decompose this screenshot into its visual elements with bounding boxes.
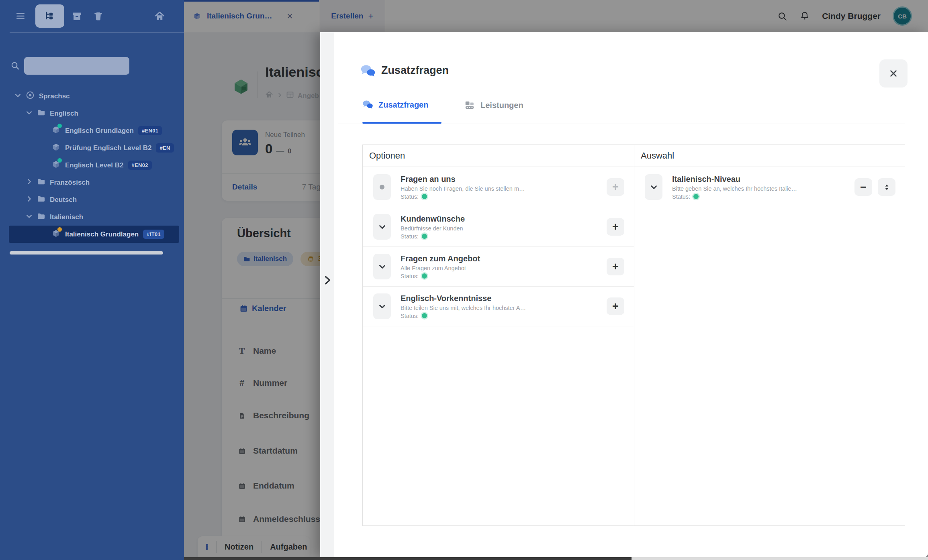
selection-actions: − — [854, 178, 895, 196]
folder-icon — [37, 108, 45, 119]
sidebar-toolbar — [0, 0, 184, 32]
option-subtitle: Alle Fragen zum Angebot — [401, 265, 480, 271]
cube-icon — [51, 160, 61, 171]
option-row-fragen-an-uns[interactable]: Fragen an uns Haben Sie noch Fragen, die… — [363, 167, 634, 207]
remove-selection-button[interactable]: − — [854, 178, 872, 196]
tree-leaf-englisch-level-b2[interactable]: Englisch Level B2 #EN02 — [0, 157, 184, 174]
expand-option-button[interactable] — [373, 293, 391, 319]
tree-search-input[interactable] — [24, 57, 129, 75]
radio-circle-icon — [26, 91, 35, 102]
tree-node-franzoesisch[interactable]: Französisch — [0, 174, 184, 191]
options-column-header: Optionen — [363, 145, 634, 167]
tree-node-root[interactable]: Sprachsc — [0, 88, 184, 105]
tab-label: Zusatzfragen — [378, 100, 428, 110]
tree-node-italienisch[interactable]: Italienisch — [0, 208, 184, 226]
tree-node-englisch[interactable]: Englisch — [0, 105, 184, 122]
status-dot-amber — [57, 227, 62, 232]
chevron-right-icon[interactable] — [26, 195, 33, 204]
tree-view-button[interactable] — [35, 4, 64, 28]
status-dot-teal — [57, 158, 62, 163]
chevron-down-icon[interactable] — [14, 92, 21, 101]
expand-selection-button[interactable] — [645, 174, 662, 200]
chat-bubbles-icon — [360, 64, 376, 79]
options-selection-panel: Optionen Auswahl Fragen an uns Haben Sie… — [362, 145, 905, 526]
close-icon — [889, 69, 898, 78]
tree-leaf-label: Englisch Level B2 — [65, 161, 124, 169]
home-icon[interactable] — [154, 11, 165, 22]
option-texts: Englisch-Vorkenntnisse Bitte teilen Sie … — [401, 294, 526, 319]
tree-node-label: Italienisch — [50, 213, 83, 221]
chevron-down-icon — [378, 303, 386, 310]
dot-icon — [380, 185, 384, 189]
status-label: Status: — [401, 313, 419, 319]
add-option-button[interactable]: + — [607, 218, 624, 236]
search-icon — [10, 61, 20, 72]
option-row-kundenwuensche[interactable]: Kundenwünsche Bedürfnisse der Kunden Sta… — [363, 207, 634, 247]
selection-column-header: Auswahl — [634, 145, 905, 167]
option-title: Fragen zum Angebot — [401, 254, 480, 263]
cube-icon — [51, 143, 61, 154]
option-subtitle: Bedürfnisse der Kunden — [401, 225, 465, 232]
option-title: Kundenwünsche — [401, 214, 465, 224]
chevron-down-icon — [378, 263, 386, 271]
option-row-fragen-zum-angebot[interactable]: Fragen zum Angebot Alle Fragen zum Angeb… — [363, 247, 634, 287]
selection-row-italienisch-niveau[interactable]: Italienisch-Niveau Bitte geben Sie an, w… — [634, 167, 905, 207]
expand-option-button[interactable] — [373, 254, 391, 279]
tree-leaf-englisch-grundlagen[interactable]: Englisch Grundlagen #EN01 — [0, 122, 184, 139]
tree-leaf-label: Italienisch Grundlagen — [65, 230, 139, 238]
bottom-scrollbar-thumb[interactable] — [184, 557, 632, 560]
status-dot-green — [422, 194, 427, 199]
close-drawer-button[interactable] — [879, 59, 908, 88]
option-texts: Kundenwünsche Bedürfnisse der Kunden Sta… — [401, 214, 465, 240]
add-option-button[interactable]: + — [607, 178, 624, 196]
tree-leaf-italienisch-grundlagen-selected[interactable]: Italienisch Grundlagen #IT01 — [9, 226, 179, 243]
archive-icon[interactable] — [72, 11, 82, 22]
status-label: Status: — [672, 193, 690, 200]
expand-option-button[interactable] — [373, 214, 391, 240]
tab-leistungen[interactable]: Leistungen — [464, 100, 523, 110]
option-row-englisch-vorkenntnisse[interactable]: Englisch-Vorkenntnisse Bitte teilen Sie … — [363, 287, 634, 326]
option-title: Englisch-Vorkenntnisse — [401, 294, 526, 303]
status-dot-green — [422, 234, 427, 239]
app-window: Sprachsc Englisch Englisch Grundlagen #E… — [0, 0, 928, 560]
tabs-divider — [338, 124, 905, 124]
sort-arrows-icon — [883, 184, 890, 191]
chevron-right-icon[interactable] — [26, 178, 33, 187]
tree-leaf-pruefung-englisch[interactable]: Prüfung Englisch Level B2 #EN — [0, 139, 184, 157]
drawer-title: Zusatzfragen — [381, 64, 449, 77]
tree-node-label: Französisch — [50, 179, 90, 187]
add-option-button[interactable]: + — [607, 297, 624, 315]
tree-icon — [44, 10, 55, 22]
cube-icon — [51, 125, 61, 136]
folder-icon — [37, 212, 45, 222]
option-texts: Fragen zum Angebot Alle Fragen zum Angeb… — [401, 254, 480, 279]
option-type-button[interactable] — [373, 174, 391, 200]
sidebar: Sprachsc Englisch Englisch Grundlagen #E… — [0, 0, 184, 560]
chevron-down-icon[interactable] — [26, 109, 33, 118]
tree-node-label: Englisch — [50, 110, 78, 118]
course-tree: Sprachsc Englisch Englisch Grundlagen #E… — [0, 88, 184, 243]
selection-title: Italienisch-Niveau — [672, 175, 797, 184]
option-subtitle: Haben Sie noch Fragen, die Sie uns stell… — [401, 185, 525, 192]
status-dot-teal — [57, 124, 62, 128]
reorder-selection-button[interactable] — [878, 178, 895, 196]
status-dot-green — [422, 273, 427, 279]
status-dot-green — [693, 194, 699, 199]
tree-node-deutsch[interactable]: Deutsch — [0, 191, 184, 208]
selection-texts: Italienisch-Niveau Bitte geben Sie an, w… — [672, 175, 797, 200]
add-option-button[interactable]: + — [607, 258, 624, 275]
course-code-badge: #EN01 — [138, 126, 162, 135]
tree-node-label: Deutsch — [50, 196, 77, 204]
tree-leaf-label: Prüfung Englisch Level B2 — [65, 144, 151, 152]
trash-icon[interactable] — [93, 11, 103, 21]
chevron-down-icon — [378, 223, 386, 231]
tab-zusatzfragen[interactable]: Zusatzfragen — [362, 100, 428, 110]
bottom-scrollbar-track — [632, 557, 928, 560]
sidebar-divider — [10, 32, 184, 33]
chevron-down-icon — [650, 183, 658, 191]
tree-horizontal-scrollbar[interactable] — [10, 251, 163, 255]
menu-icon[interactable] — [15, 11, 26, 21]
chevron-down-icon[interactable] — [26, 213, 33, 222]
status-label: Status: — [401, 273, 419, 279]
collapse-drawer-icon[interactable] — [321, 272, 334, 288]
